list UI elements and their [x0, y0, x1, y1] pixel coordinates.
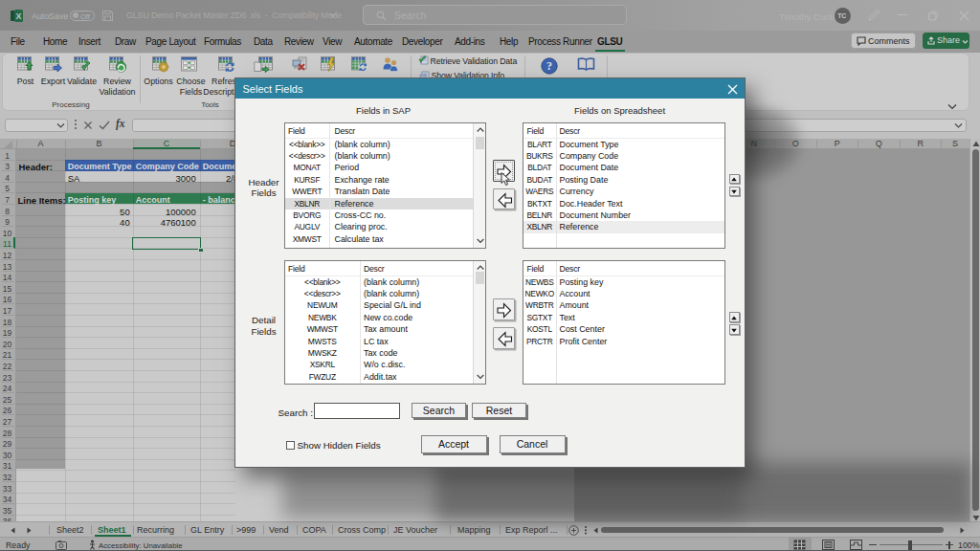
svg-text:?: ? — [546, 59, 552, 73]
